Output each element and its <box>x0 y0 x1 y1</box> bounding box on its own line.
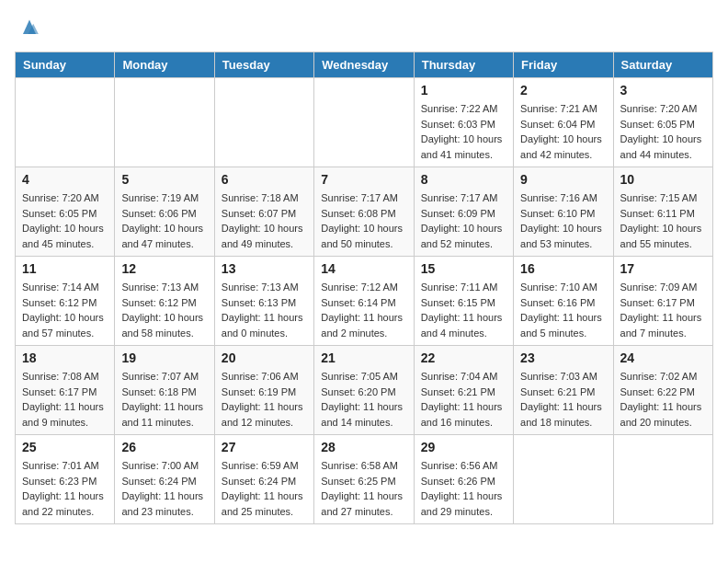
cell-info-text: Sunrise: 7:13 AM Sunset: 6:13 PM Dayligh… <box>222 280 307 340</box>
weekday-header-saturday: Saturday <box>613 52 712 78</box>
cell-info-text: Sunrise: 7:15 AM Sunset: 6:11 PM Dayligh… <box>620 190 706 251</box>
calendar-cell: 18Sunrise: 7:08 AM Sunset: 6:17 PM Dayli… <box>16 346 115 435</box>
calendar-cell: 23Sunrise: 7:03 AM Sunset: 6:21 PM Dayli… <box>514 346 613 435</box>
cell-info-text: Sunrise: 7:16 AM Sunset: 6:10 PM Dayligh… <box>520 190 606 251</box>
cell-info-text: Sunrise: 7:22 AM Sunset: 6:03 PM Dayligh… <box>421 101 506 162</box>
calendar-cell: 2Sunrise: 7:21 AM Sunset: 6:04 PM Daylig… <box>514 78 613 167</box>
cell-day-number: 17 <box>620 261 706 276</box>
cell-day-number: 4 <box>22 172 108 187</box>
cell-day-number: 13 <box>222 261 307 276</box>
cell-day-number: 8 <box>421 172 506 187</box>
cell-day-number: 20 <box>222 350 307 365</box>
cell-info-text: Sunrise: 7:05 AM Sunset: 6:20 PM Dayligh… <box>321 369 406 430</box>
cell-info-text: Sunrise: 7:02 AM Sunset: 6:22 PM Dayligh… <box>620 369 706 430</box>
weekday-header-friday: Friday <box>514 52 613 78</box>
weekday-header-tuesday: Tuesday <box>214 52 313 78</box>
calendar-cell: 13Sunrise: 7:13 AM Sunset: 6:13 PM Dayli… <box>214 257 313 346</box>
cell-day-number: 6 <box>222 172 307 187</box>
cell-info-text: Sunrise: 7:09 AM Sunset: 6:17 PM Dayligh… <box>620 280 706 340</box>
cell-info-text: Sunrise: 7:20 AM Sunset: 6:05 PM Dayligh… <box>22 190 108 251</box>
weekday-header-thursday: Thursday <box>414 52 513 78</box>
calendar-cell <box>115 78 214 167</box>
cell-day-number: 28 <box>321 440 406 454</box>
cell-info-text: Sunrise: 6:56 AM Sunset: 6:26 PM Dayligh… <box>421 458 506 519</box>
calendar-cell: 26Sunrise: 7:00 AM Sunset: 6:24 PM Dayli… <box>115 435 214 524</box>
calendar-cell: 19Sunrise: 7:07 AM Sunset: 6:18 PM Dayli… <box>115 346 214 435</box>
cell-info-text: Sunrise: 7:07 AM Sunset: 6:18 PM Dayligh… <box>121 369 207 430</box>
cell-day-number: 21 <box>321 350 406 365</box>
calendar-cell <box>214 78 313 167</box>
calendar-cell: 12Sunrise: 7:13 AM Sunset: 6:12 PM Dayli… <box>115 257 214 346</box>
cell-info-text: Sunrise: 7:03 AM Sunset: 6:21 PM Dayligh… <box>520 369 606 430</box>
page-header <box>15 15 713 40</box>
calendar-cell: 25Sunrise: 7:01 AM Sunset: 6:23 PM Dayli… <box>16 435 115 524</box>
calendar-cell: 11Sunrise: 7:14 AM Sunset: 6:12 PM Dayli… <box>16 257 115 346</box>
cell-day-number: 19 <box>121 350 207 365</box>
calendar-cell: 6Sunrise: 7:18 AM Sunset: 6:07 PM Daylig… <box>214 167 313 257</box>
calendar-cell: 3Sunrise: 7:20 AM Sunset: 6:05 PM Daylig… <box>613 78 712 167</box>
cell-info-text: Sunrise: 7:08 AM Sunset: 6:17 PM Dayligh… <box>22 369 108 430</box>
calendar-cell: 27Sunrise: 6:59 AM Sunset: 6:24 PM Dayli… <box>214 435 313 524</box>
calendar-cell: 10Sunrise: 7:15 AM Sunset: 6:11 PM Dayli… <box>613 167 712 257</box>
cell-info-text: Sunrise: 7:10 AM Sunset: 6:16 PM Dayligh… <box>520 280 606 340</box>
cell-day-number: 16 <box>520 261 606 276</box>
weekday-header-row: SundayMondayTuesdayWednesdayThursdayFrid… <box>16 52 713 78</box>
cell-day-number: 15 <box>421 261 506 276</box>
cell-day-number: 11 <box>22 261 108 276</box>
calendar-cell: 7Sunrise: 7:17 AM Sunset: 6:08 PM Daylig… <box>314 167 414 257</box>
cell-day-number: 22 <box>421 350 506 365</box>
calendar-cell: 1Sunrise: 7:22 AM Sunset: 6:03 PM Daylig… <box>414 78 513 167</box>
cell-day-number: 12 <box>121 261 207 276</box>
cell-day-number: 5 <box>121 172 207 187</box>
cell-day-number: 18 <box>22 350 108 365</box>
calendar-cell: 8Sunrise: 7:17 AM Sunset: 6:09 PM Daylig… <box>414 167 513 257</box>
cell-info-text: Sunrise: 7:01 AM Sunset: 6:23 PM Dayligh… <box>22 458 108 519</box>
calendar-week-row: 25Sunrise: 7:01 AM Sunset: 6:23 PM Dayli… <box>16 435 713 524</box>
calendar-cell: 16Sunrise: 7:10 AM Sunset: 6:16 PM Dayli… <box>514 257 613 346</box>
cell-day-number: 2 <box>520 83 606 98</box>
cell-info-text: Sunrise: 7:12 AM Sunset: 6:14 PM Dayligh… <box>321 280 406 340</box>
cell-info-text: Sunrise: 6:58 AM Sunset: 6:25 PM Dayligh… <box>321 458 406 519</box>
cell-day-number: 7 <box>321 172 406 187</box>
cell-info-text: Sunrise: 7:21 AM Sunset: 6:04 PM Dayligh… <box>520 101 606 162</box>
cell-day-number: 23 <box>520 350 606 365</box>
calendar-week-row: 11Sunrise: 7:14 AM Sunset: 6:12 PM Dayli… <box>16 257 713 346</box>
cell-day-number: 1 <box>421 83 506 98</box>
calendar-cell <box>314 78 414 167</box>
logo-icon <box>17 15 42 40</box>
cell-info-text: Sunrise: 7:13 AM Sunset: 6:12 PM Dayligh… <box>121 280 207 340</box>
calendar-week-row: 4Sunrise: 7:20 AM Sunset: 6:05 PM Daylig… <box>16 167 713 257</box>
calendar-cell: 29Sunrise: 6:56 AM Sunset: 6:26 PM Dayli… <box>414 435 513 524</box>
calendar-cell: 5Sunrise: 7:19 AM Sunset: 6:06 PM Daylig… <box>115 167 214 257</box>
calendar-cell: 4Sunrise: 7:20 AM Sunset: 6:05 PM Daylig… <box>16 167 115 257</box>
calendar-cell: 22Sunrise: 7:04 AM Sunset: 6:21 PM Dayli… <box>414 346 513 435</box>
cell-day-number: 25 <box>22 440 108 454</box>
cell-day-number: 10 <box>620 172 706 187</box>
calendar-cell: 15Sunrise: 7:11 AM Sunset: 6:15 PM Dayli… <box>414 257 513 346</box>
weekday-header-monday: Monday <box>115 52 214 78</box>
cell-info-text: Sunrise: 7:00 AM Sunset: 6:24 PM Dayligh… <box>121 458 207 519</box>
calendar-cell: 28Sunrise: 6:58 AM Sunset: 6:25 PM Dayli… <box>314 435 414 524</box>
cell-day-number: 27 <box>222 440 307 454</box>
calendar-cell: 14Sunrise: 7:12 AM Sunset: 6:14 PM Dayli… <box>314 257 414 346</box>
cell-info-text: Sunrise: 7:14 AM Sunset: 6:12 PM Dayligh… <box>22 280 108 340</box>
calendar-week-row: 18Sunrise: 7:08 AM Sunset: 6:17 PM Dayli… <box>16 346 713 435</box>
cell-info-text: Sunrise: 6:59 AM Sunset: 6:24 PM Dayligh… <box>222 458 307 519</box>
calendar-cell: 20Sunrise: 7:06 AM Sunset: 6:19 PM Dayli… <box>214 346 313 435</box>
cell-info-text: Sunrise: 7:06 AM Sunset: 6:19 PM Dayligh… <box>222 369 307 430</box>
cell-day-number: 14 <box>321 261 406 276</box>
weekday-header-sunday: Sunday <box>16 52 115 78</box>
calendar-cell: 9Sunrise: 7:16 AM Sunset: 6:10 PM Daylig… <box>514 167 613 257</box>
cell-info-text: Sunrise: 7:04 AM Sunset: 6:21 PM Dayligh… <box>421 369 506 430</box>
calendar-cell: 24Sunrise: 7:02 AM Sunset: 6:22 PM Dayli… <box>613 346 712 435</box>
cell-info-text: Sunrise: 7:17 AM Sunset: 6:09 PM Dayligh… <box>421 190 506 251</box>
cell-info-text: Sunrise: 7:20 AM Sunset: 6:05 PM Dayligh… <box>620 101 706 162</box>
cell-info-text: Sunrise: 7:11 AM Sunset: 6:15 PM Dayligh… <box>421 280 506 340</box>
cell-day-number: 24 <box>620 350 706 365</box>
weekday-header-wednesday: Wednesday <box>314 52 414 78</box>
calendar-cell <box>514 435 613 524</box>
cell-day-number: 3 <box>620 83 706 98</box>
calendar-cell <box>16 78 115 167</box>
cell-day-number: 29 <box>421 440 506 454</box>
logo <box>15 15 42 40</box>
